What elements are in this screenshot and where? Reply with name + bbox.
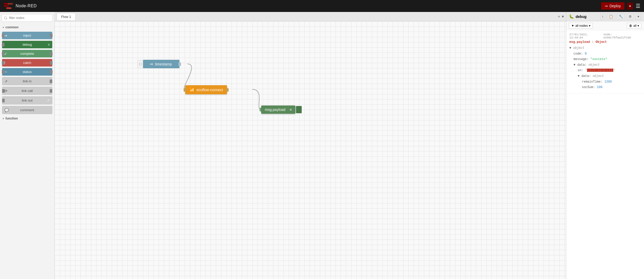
arrow-icon: ⇒	[4, 34, 7, 38]
comment-icon: 💬	[4, 108, 9, 112]
header: Node-RED ⇒ Deploy ▾ ☰	[0, 0, 644, 12]
arrow-right-icon: ⇒	[150, 62, 153, 67]
tab-flow1[interactable]: Flow 1	[57, 13, 75, 20]
tree-row: ▼ object	[569, 45, 641, 51]
right-panel: 🐛 debug i 📋 🔧 ⚙ ▾ ▼ all nodes ▾ 🗑 all ▾	[566, 12, 644, 279]
right-port	[178, 62, 181, 66]
canvas-node-ecoflow[interactable]: 📶 ecoflow-connect	[185, 85, 227, 94]
arrow-right-icon: ↗	[47, 99, 49, 102]
right-port	[50, 34, 53, 37]
right-port	[50, 52, 53, 56]
node-label: ecoflow-connect	[197, 88, 223, 92]
edit-button[interactable]: 📋	[607, 14, 615, 19]
debug-entry: 27/01/2022, 13:46:04 node: e266c75faa21f…	[566, 30, 644, 93]
node-debug[interactable]: debug ≡	[2, 41, 52, 48]
flow-connections	[55, 21, 566, 279]
bug-icon: 🐛	[569, 14, 574, 19]
header-right: ⇒ Deploy ▾ ☰	[601, 2, 640, 10]
header-left: Node-RED	[4, 2, 37, 10]
lines-icon: ≡	[48, 43, 50, 46]
settings-button[interactable]: ⚙	[627, 14, 634, 19]
category-common[interactable]: ▾ common	[0, 24, 54, 31]
add-tab-button[interactable]: +	[558, 14, 560, 19]
deploy-button[interactable]: ⇒ Deploy	[601, 2, 624, 10]
right-port	[50, 79, 52, 83]
debug-timestamp: 27/01/2022, 13:46:04	[569, 33, 603, 39]
panel-chevron-button[interactable]: ▾	[635, 14, 641, 19]
tree-row: sn: '██████████████'	[569, 68, 641, 74]
ecoflow-node-body: 📶 ecoflow-connect	[185, 85, 227, 94]
debug-node-body: msg.payload ≡	[261, 105, 295, 114]
node-comment[interactable]: 💬 comment	[2, 106, 52, 114]
node-link-call[interactable]: ⟳ link call	[2, 87, 52, 95]
deploy-dropdown-button[interactable]: ▾	[627, 3, 633, 10]
debug-toggle-button[interactable]	[296, 106, 302, 113]
info-button[interactable]: i	[600, 14, 605, 19]
svg-rect-2	[6, 8, 11, 9]
search-input[interactable]	[2, 14, 53, 22]
node-complete[interactable]: ✓ complete	[2, 50, 52, 57]
chevron-down-icon: ▾	[3, 117, 4, 120]
debug-tree: ▼ object code: 0 message: "success" ▼ da…	[569, 45, 641, 90]
inject-trigger-box[interactable]: ☐	[137, 60, 143, 68]
tree-row: message: "success"	[569, 57, 641, 62]
tree-row: remainTime: 1388	[569, 79, 641, 85]
chevron-down-icon: ▾	[637, 24, 639, 28]
flow-canvas[interactable]: ☐ ⇒ timestamp 📶 ecoflow-connect	[55, 21, 566, 279]
tab-menu-button[interactable]: ▾	[562, 14, 564, 19]
lines-icon: ≡	[289, 108, 292, 112]
node-button[interactable]: 🔧	[617, 14, 625, 19]
tab-actions: + ▾	[558, 14, 564, 19]
node-link-out[interactable]: link out ↗	[2, 96, 52, 104]
node-inject[interactable]: ⇒ inject	[2, 32, 52, 39]
tree-row: ▼ data: object	[569, 62, 641, 68]
all-nodes-filter[interactable]: ▼ all nodes ▾	[569, 23, 593, 29]
inject-node-body: ⇒ timestamp	[143, 60, 179, 68]
refresh-icon: ⟳	[4, 89, 8, 93]
right-port	[50, 70, 53, 74]
left-port	[2, 43, 4, 46]
arrow-left-icon: ↗	[4, 79, 8, 83]
hamburger-menu-button[interactable]: ☰	[636, 3, 640, 9]
debug-meta: 27/01/2022, 13:46:04 node: e266c75faa21f…	[569, 33, 641, 39]
svg-rect-3	[8, 3, 13, 5]
right-port	[50, 89, 52, 93]
sidebar: ▾ common ⇒ inject debug ≡ ✓ complete	[0, 12, 55, 279]
right-port	[226, 88, 229, 92]
wifi-icon: 📶	[189, 87, 195, 92]
main-layout: ▾ common ⇒ inject debug ≡ ✓ complete	[0, 12, 644, 279]
node-status[interactable]: ～ status	[2, 68, 52, 76]
svg-rect-1	[4, 5, 9, 7]
node-label: timestamp	[155, 62, 172, 66]
deploy-label: Deploy	[609, 4, 621, 8]
category-function[interactable]: ▾ function	[0, 115, 54, 122]
canvas-node-timestamp[interactable]: ☐ ⇒ timestamp	[137, 60, 179, 68]
right-panel-header: 🐛 debug i 📋 🔧 ⚙ ▾	[566, 12, 644, 21]
exclamation-icon: ✓	[4, 52, 7, 56]
debug-toolbar: ▼ all nodes ▾ 🗑 all ▾	[566, 21, 644, 30]
canvas-node-debug[interactable]: msg.payload ≡	[261, 105, 302, 114]
flow-area: Flow 1 + ▾ ☐ ⇒ ti	[55, 12, 566, 279]
delete-all-button[interactable]: 🗑 all ▾	[627, 23, 641, 29]
app-title: Node-RED	[16, 4, 37, 8]
right-port	[50, 61, 53, 65]
tab-bar: Flow 1 + ▾	[55, 12, 566, 21]
node-catch[interactable]: ! catch	[2, 59, 52, 67]
node-red-logo	[4, 2, 13, 10]
tree-row: socSum: 100	[569, 85, 641, 90]
debug-panel-title: debug	[576, 15, 599, 19]
debug-path: msg.payload : Object	[569, 40, 641, 44]
debug-output: 27/01/2022, 13:46:04 node: e266c75faa21f…	[566, 30, 644, 279]
chevron-down-icon: ▾	[3, 26, 4, 29]
tree-row: ▼ data: object	[569, 74, 641, 79]
category-label: common	[5, 25, 18, 29]
debug-node-id: node: e266c75faa21fc60	[603, 33, 641, 39]
category-label: function	[5, 117, 18, 120]
node-link-in[interactable]: ↗ link in	[2, 77, 52, 85]
node-label: msg.payload	[265, 108, 285, 112]
filter-icon: ▼	[571, 24, 574, 28]
left-port	[184, 88, 186, 92]
deploy-icon: ⇒	[605, 4, 608, 8]
left-port	[2, 99, 5, 102]
pulse-icon: ～	[4, 70, 8, 74]
